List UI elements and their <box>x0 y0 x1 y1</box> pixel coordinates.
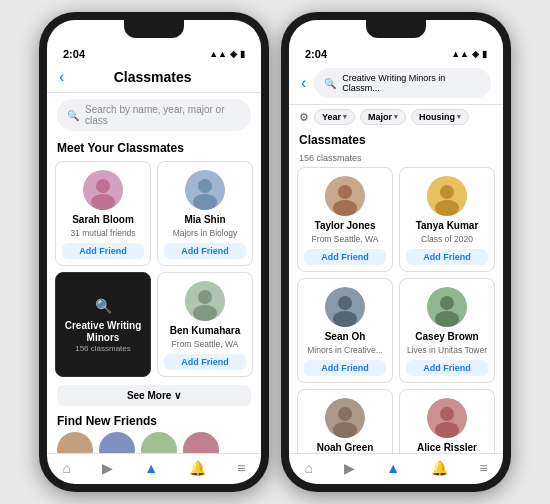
avatar-casey <box>427 287 467 327</box>
left-section-title: Meet Your Classmates <box>47 137 261 161</box>
wifi-icon: ◈ <box>230 49 237 59</box>
r-wifi-icon: ◈ <box>472 49 479 59</box>
svg-point-23 <box>333 422 357 438</box>
svg-point-20 <box>435 311 459 327</box>
right-header: ‹ 🔍 Creative Writing Minors in Classm... <box>289 64 503 105</box>
left-time: 2:04 <box>63 48 85 60</box>
right-search-text: Creative Writing Minors in Classm... <box>342 73 481 93</box>
r-nav-friends-icon[interactable]: ▲ <box>386 460 400 476</box>
svg-point-2 <box>91 194 115 210</box>
right-search-bar-active[interactable]: 🔍 Creative Writing Minors in Classm... <box>314 68 491 98</box>
filter-year-chevron: ▾ <box>343 113 347 121</box>
r-nav-notifications-icon[interactable]: 🔔 <box>431 460 448 476</box>
r-nav-menu-icon[interactable]: ≡ <box>479 460 487 476</box>
card-sarah-name: Sarah Bloom <box>72 214 134 226</box>
left-phone-screen: 2:04 ▲▲ ◈ ▮ ‹ Classmates 🔍 Search by nam… <box>47 20 261 484</box>
right-phone-screen: 2:04 ▲▲ ◈ ▮ ‹ 🔍 Creative Writing Minors … <box>289 20 503 484</box>
svg-point-11 <box>333 200 357 216</box>
right-status-icons: ▲▲ ◈ ▮ <box>451 49 487 59</box>
card-casey-sub: Lives in Unitas Tower <box>407 345 487 355</box>
signal-icon: ▲▲ <box>209 49 227 59</box>
left-header-title: Classmates <box>72 69 233 85</box>
battery-icon: ▮ <box>240 49 245 59</box>
add-friend-taylor-button[interactable]: Add Friend <box>304 249 386 265</box>
card-tanya-sub: Class of 2020 <box>421 234 473 244</box>
left-search-placeholder: Search by name, year, major or class <box>85 104 241 126</box>
avatar-ben <box>185 281 225 321</box>
svg-point-25 <box>440 407 454 421</box>
r-nav-video-icon[interactable]: ▶ <box>344 460 355 476</box>
filter-major-chevron: ▾ <box>394 113 398 121</box>
card-sean-oh: Sean Oh Minors in Creative... Add Friend <box>297 278 393 383</box>
see-more-button[interactable]: See More ∨ <box>57 385 251 406</box>
card-sarah-bloom: Sarah Bloom 31 mutual friends Add Friend <box>55 161 151 266</box>
avatar-mia <box>185 170 225 210</box>
card-creative-writing[interactable]: 🔍 Creative Writing Minors 156 classmates <box>55 272 151 377</box>
add-friend-ben-button[interactable]: Add Friend <box>164 354 246 370</box>
right-classmates-count: 156 classmates <box>289 153 503 167</box>
card-sean-name: Sean Oh <box>325 331 366 343</box>
left-cards-grid: Sarah Bloom 31 mutual friends Add Friend… <box>47 161 261 377</box>
r-battery-icon: ▮ <box>482 49 487 59</box>
avatar-tanya <box>427 176 467 216</box>
nav-home-icon[interactable]: ⌂ <box>63 460 71 476</box>
add-friend-sean-button[interactable]: Add Friend <box>304 360 386 376</box>
svg-point-14 <box>435 200 459 216</box>
card-creative-sub: 156 classmates <box>75 344 131 353</box>
nav-video-icon[interactable]: ▶ <box>102 460 113 476</box>
right-filters-row: ⚙ Year ▾ Major ▾ Housing ▾ <box>289 105 503 129</box>
card-taylor-jones: Taylor Jones From Seattle, WA Add Friend <box>297 167 393 272</box>
avatar-tanya-img <box>427 176 467 216</box>
card-ben-sub: From Seattle, WA <box>172 339 239 349</box>
card-taylor-name: Taylor Jones <box>315 220 376 232</box>
avatar-casey-img <box>427 287 467 327</box>
filter-settings-icon: ⚙ <box>299 111 309 124</box>
right-search-icon: 🔍 <box>324 78 336 89</box>
svg-point-16 <box>338 296 352 310</box>
card-sean-sub: Minors in Creative... <box>307 345 383 355</box>
nav-friends-icon[interactable]: ▲ <box>144 460 158 476</box>
card-ben-kumahara: Ben Kumahara From Seattle, WA Add Friend <box>157 272 253 377</box>
add-friend-casey-button[interactable]: Add Friend <box>406 360 488 376</box>
nav-notifications-icon[interactable]: 🔔 <box>189 460 206 476</box>
add-friend-sarah-button[interactable]: Add Friend <box>62 243 144 259</box>
left-phone: 2:04 ▲▲ ◈ ▮ ‹ Classmates 🔍 Search by nam… <box>39 12 269 492</box>
left-search-bar[interactable]: 🔍 Search by name, year, major or class <box>57 99 251 131</box>
svg-point-22 <box>338 407 352 421</box>
card-tanya-name: Tanya Kumar <box>416 220 479 232</box>
card-alice-name: Alice Rissler <box>417 442 477 453</box>
nav-menu-icon[interactable]: ≡ <box>237 460 245 476</box>
card-noah-green: Noah Green <box>297 389 393 453</box>
find-friends-title: Find New Friends <box>47 410 261 432</box>
right-section-title: Classmates <box>289 129 503 153</box>
filter-housing-label: Housing <box>419 112 455 122</box>
filter-housing-button[interactable]: Housing ▾ <box>411 109 469 125</box>
r-nav-home-icon[interactable]: ⌂ <box>305 460 313 476</box>
svg-point-26 <box>435 422 459 438</box>
filter-major-button[interactable]: Major ▾ <box>360 109 406 125</box>
right-time: 2:04 <box>305 48 327 60</box>
card-noah-name: Noah Green <box>317 442 374 453</box>
friend-chip-3 <box>141 432 177 453</box>
add-friend-mia-button[interactable]: Add Friend <box>164 243 246 259</box>
filter-major-label: Major <box>368 112 392 122</box>
svg-point-13 <box>440 185 454 199</box>
friend-chip-1 <box>57 432 93 453</box>
friend-chip-2 <box>99 432 135 453</box>
card-mia-name: Mia Shin <box>184 214 225 226</box>
card-casey-brown: Casey Brown Lives in Unitas Tower Add Fr… <box>399 278 495 383</box>
phones-container: 2:04 ▲▲ ◈ ▮ ‹ Classmates 🔍 Search by nam… <box>29 2 521 502</box>
right-cards-grid: Taylor Jones From Seattle, WA Add Friend… <box>289 167 503 453</box>
right-phone: 2:04 ▲▲ ◈ ▮ ‹ 🔍 Creative Writing Minors … <box>281 12 511 492</box>
filter-year-button[interactable]: Year ▾ <box>314 109 355 125</box>
avatar-noah-img <box>325 398 365 438</box>
avatar-ben-img <box>185 281 225 321</box>
card-mia-sub: Majors in Biology <box>173 228 238 238</box>
add-friend-tanya-button[interactable]: Add Friend <box>406 249 488 265</box>
right-back-button[interactable]: ‹ <box>301 74 306 92</box>
right-bottom-nav: ⌂ ▶ ▲ 🔔 ≡ <box>289 453 503 484</box>
card-mia-shin: Mia Shin Majors in Biology Add Friend <box>157 161 253 266</box>
svg-point-8 <box>193 305 217 321</box>
left-back-button[interactable]: ‹ <box>59 68 64 86</box>
filter-year-label: Year <box>322 112 341 122</box>
